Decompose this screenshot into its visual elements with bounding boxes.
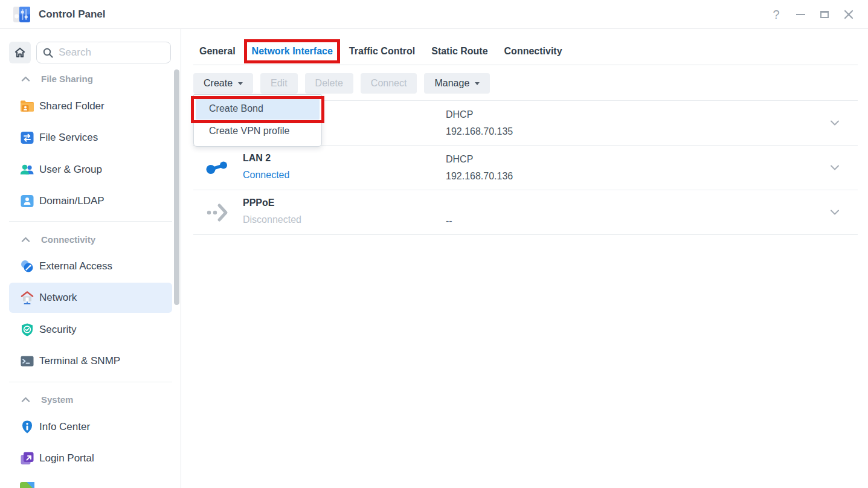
- tab-bar: General Network Interface Traffic Contro…: [199, 37, 562, 65]
- sidebar-item-file-services[interactable]: File Services: [0, 127, 181, 149]
- interface-status: Disconnected: [243, 214, 301, 225]
- sidebar-item-label: User & Group: [39, 164, 102, 176]
- interface-ip: 192.168.70.135: [446, 126, 513, 137]
- close-icon: [844, 10, 854, 19]
- menu-item-create-bond[interactable]: Create Bond: [196, 97, 320, 120]
- sidebar-item-label: Security: [39, 324, 76, 336]
- minimize-button[interactable]: [793, 7, 808, 22]
- menu-item-create-vpn-profile[interactable]: Create VPN profile: [196, 120, 320, 142]
- sidebar-item-label: External Access: [39, 260, 112, 272]
- interface-ip: --: [446, 216, 452, 226]
- sidebar-scrollbar[interactable]: [174, 69, 179, 305]
- sidebar-divider: [9, 382, 172, 382]
- lan-icon: [205, 157, 230, 179]
- chevron-down-icon[interactable]: [830, 120, 840, 126]
- help-icon: ?: [773, 7, 779, 22]
- sidebar: File Sharing Shared Folder: [0, 29, 181, 488]
- interface-ip: 192.168.70.136: [446, 171, 513, 182]
- section-label: File Sharing: [41, 74, 93, 84]
- sidebar-item-label: File Services: [39, 132, 98, 144]
- edit-button[interactable]: Edit: [260, 73, 298, 94]
- manage-button[interactable]: Manage: [424, 73, 490, 94]
- tab-bar-divider: [193, 65, 858, 65]
- search-input[interactable]: [59, 47, 155, 59]
- tab-network-interface[interactable]: Network Interface: [252, 46, 333, 57]
- manage-button-label: Manage: [434, 78, 469, 89]
- section-label: Connectivity: [41, 234, 95, 245]
- info-center-icon: [19, 419, 35, 435]
- sidebar-item-user-group[interactable]: User & Group: [0, 159, 181, 181]
- chevron-up-icon: [21, 237, 30, 242]
- sidebar-item-label: Network: [39, 292, 77, 304]
- window-controls: ?: [769, 0, 856, 29]
- toolbar: Create Edit Delete Connect Manage: [193, 73, 490, 94]
- section-header-connectivity[interactable]: Connectivity: [0, 233, 181, 245]
- window-title: Control Panel: [39, 0, 106, 29]
- interface-name: LAN 2: [243, 153, 271, 164]
- interface-mode: DHCP: [446, 154, 473, 165]
- section-header-system[interactable]: System: [0, 393, 181, 405]
- caret-down-icon: [238, 82, 243, 85]
- regional-options-icon[interactable]: [19, 481, 35, 488]
- pppoe-icon: [205, 202, 230, 223]
- search-icon: [43, 48, 53, 58]
- connect-button[interactable]: Connect: [361, 73, 417, 94]
- home-button[interactable]: [9, 42, 31, 63]
- sidebar-item-label: Terminal & SNMP: [39, 355, 120, 367]
- external-access-icon: [19, 258, 35, 274]
- delete-button[interactable]: Delete: [305, 73, 353, 94]
- sidebar-item-label: Shared Folder: [39, 100, 104, 112]
- interface-status: Connected: [243, 170, 289, 181]
- tab-label: Network Interface: [252, 46, 333, 56]
- minimize-icon: [796, 14, 805, 15]
- maximize-button[interactable]: [817, 7, 832, 22]
- login-portal-icon: [19, 451, 35, 466]
- file-services-icon: [19, 130, 35, 146]
- section-label: System: [41, 394, 73, 405]
- search-box[interactable]: [36, 42, 171, 63]
- sidebar-item-external-access[interactable]: External Access: [0, 255, 181, 277]
- interface-row-lan2[interactable]: LAN 2 Connected DHCP 192.168.70.136: [193, 146, 858, 190]
- sidebar-item-login-portal[interactable]: Login Portal: [0, 448, 181, 469]
- sidebar-item-domain-ldap[interactable]: Domain/LDAP: [0, 190, 181, 212]
- shared-folder-icon: [19, 98, 35, 114]
- sidebar-item-shared-folder[interactable]: Shared Folder: [0, 95, 181, 117]
- network-icon: [19, 290, 35, 306]
- home-icon: [14, 47, 26, 59]
- control-panel-app-icon: [13, 5, 31, 24]
- sidebar-divider: [9, 221, 172, 222]
- create-button-label: Create: [204, 78, 233, 89]
- caret-down-icon: [475, 82, 480, 85]
- interface-name: PPPoE: [243, 197, 274, 208]
- menu-item-label: Create VPN profile: [209, 126, 289, 136]
- terminal-icon: [19, 353, 35, 369]
- tab-static-route[interactable]: Static Route: [431, 46, 487, 57]
- sidebar-item-label: Info Center: [39, 421, 90, 433]
- tab-connectivity[interactable]: Connectivity: [504, 46, 562, 57]
- titlebar: Control Panel ?: [0, 0, 868, 29]
- interface-row-pppoe[interactable]: PPPoE Disconnected --: [193, 190, 858, 235]
- chevron-up-icon: [21, 76, 30, 82]
- help-button[interactable]: ?: [769, 7, 783, 22]
- user-group-icon: [19, 162, 35, 178]
- close-button[interactable]: [841, 7, 856, 22]
- maximize-icon: [820, 11, 829, 18]
- section-header-file-sharing[interactable]: File Sharing: [0, 72, 181, 85]
- sidebar-item-terminal-snmp[interactable]: Terminal & SNMP: [0, 350, 181, 372]
- sidebar-item-label: Domain/LDAP: [39, 195, 104, 207]
- interface-mode: DHCP: [446, 109, 473, 120]
- tab-traffic-control[interactable]: Traffic Control: [349, 46, 415, 57]
- menu-item-label: Create Bond: [209, 103, 263, 114]
- sidebar-item-info-center[interactable]: Info Center: [0, 416, 181, 438]
- sidebar-item-label: Login Portal: [39, 452, 94, 464]
- domain-ldap-icon: [19, 193, 35, 209]
- control-panel-window: Control Panel ? File: [0, 0, 868, 488]
- chevron-down-icon[interactable]: [830, 210, 840, 215]
- chevron-down-icon[interactable]: [830, 165, 840, 170]
- sidebar-item-network[interactable]: Network: [0, 287, 181, 309]
- sidebar-item-security[interactable]: Security: [0, 319, 181, 341]
- chevron-up-icon: [21, 397, 30, 402]
- create-dropdown-menu: Create Bond Create VPN profile: [193, 94, 322, 147]
- tab-general[interactable]: General: [199, 46, 236, 57]
- create-button[interactable]: Create: [193, 73, 253, 94]
